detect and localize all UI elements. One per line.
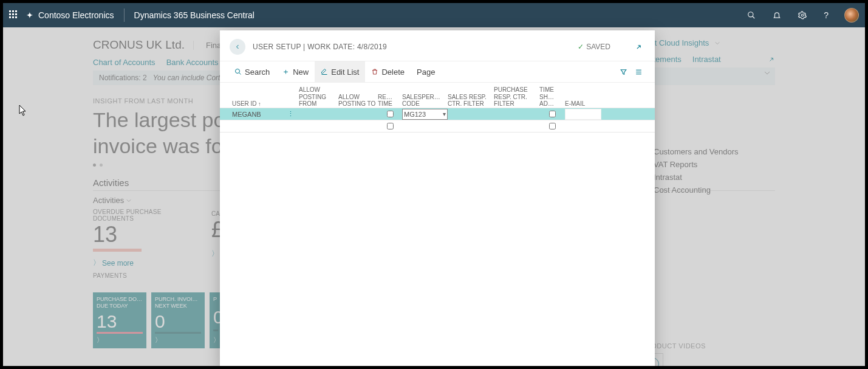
time-sheet-admin-checkbox[interactable]	[549, 111, 556, 117]
notifications-icon[interactable]	[768, 7, 786, 23]
col-email[interactable]: E-MAIL	[565, 100, 601, 108]
user-setup-grid: USER ID ALLOW POSTING FROM ALLOW POSTING…	[220, 83, 655, 133]
app-name[interactable]: Dynamics 365 Business Central	[134, 10, 255, 20]
search-label: Search	[245, 67, 270, 77]
app-topbar: ✦ Contoso Electronics Dynamics 365 Busin…	[3, 3, 865, 27]
settings-icon[interactable]	[793, 7, 812, 23]
row-menu-icon[interactable]: ⋮	[285, 110, 296, 118]
col-re-time[interactable]: RE… TIME	[378, 94, 402, 108]
col-user-id[interactable]: USER ID	[232, 100, 299, 108]
svg-point-2	[801, 14, 804, 16]
svg-point-0	[748, 12, 753, 17]
brand-name: Contoso Electronics	[38, 10, 114, 20]
page-button[interactable]: Page	[411, 61, 441, 82]
brand-icon: ✦	[26, 10, 33, 20]
expand-modal-icon[interactable]	[632, 41, 645, 53]
app-launcher-icon[interactable]	[9, 10, 19, 20]
search-icon[interactable]	[742, 7, 760, 23]
divider	[124, 9, 125, 22]
time-sheet-admin-checkbox[interactable]	[549, 123, 556, 129]
svg-point-3	[236, 69, 240, 74]
cursor-icon	[19, 105, 27, 117]
col-purch-ctr[interactable]: PURCHASE RESP. CTR. FILTER	[494, 86, 539, 108]
col-allow-from[interactable]: ALLOW POSTING FROM	[299, 86, 338, 108]
col-salesper[interactable]: SALESPER… CODE	[402, 94, 448, 108]
col-time-sh[interactable]: TIME SH… AD…	[539, 86, 565, 108]
user-avatar[interactable]	[844, 8, 859, 22]
salesperson-value: MG123	[404, 111, 426, 118]
help-icon[interactable]: ?	[819, 7, 833, 24]
back-button[interactable]	[230, 39, 245, 55]
edit-label: Edit List	[331, 67, 359, 77]
saved-indicator: ✓SAVED	[578, 43, 610, 51]
edit-list-button[interactable]: Edit List	[315, 61, 365, 82]
brand[interactable]: ✦ Contoso Electronics	[26, 10, 114, 20]
col-allow-to[interactable]: ALLOW POSTING TO	[338, 94, 378, 108]
user-id-cell[interactable]: MEGANB	[232, 111, 261, 118]
re-time-checkbox[interactable]	[387, 111, 394, 117]
list-view-icon[interactable]	[631, 68, 646, 76]
modal-title: USER SETUP | WORK DATE: 4/8/2019	[253, 43, 387, 51]
filter-icon[interactable]	[616, 68, 631, 76]
user-setup-modal: USER SETUP | WORK DATE: 4/8/2019 ✓SAVED …	[220, 30, 655, 366]
email-cell[interactable]	[565, 109, 601, 120]
page-label: Page	[417, 67, 435, 77]
svg-line-4	[239, 73, 241, 75]
new-button[interactable]: ＋ New	[276, 61, 315, 82]
salesperson-dropdown[interactable]: MG123 ▾	[402, 109, 448, 120]
svg-line-1	[753, 16, 755, 19]
new-label: New	[293, 67, 309, 77]
col-sales-ctr[interactable]: SALES RESP. CTR. FILTER	[448, 94, 494, 108]
table-row[interactable]: MEGANB ⋮ MG123 ▾	[220, 108, 655, 120]
table-row[interactable]	[220, 120, 655, 133]
search-button[interactable]: Search	[228, 61, 276, 82]
delete-button[interactable]: Delete	[365, 61, 411, 82]
delete-label: Delete	[381, 67, 405, 77]
re-time-checkbox[interactable]	[387, 123, 394, 129]
